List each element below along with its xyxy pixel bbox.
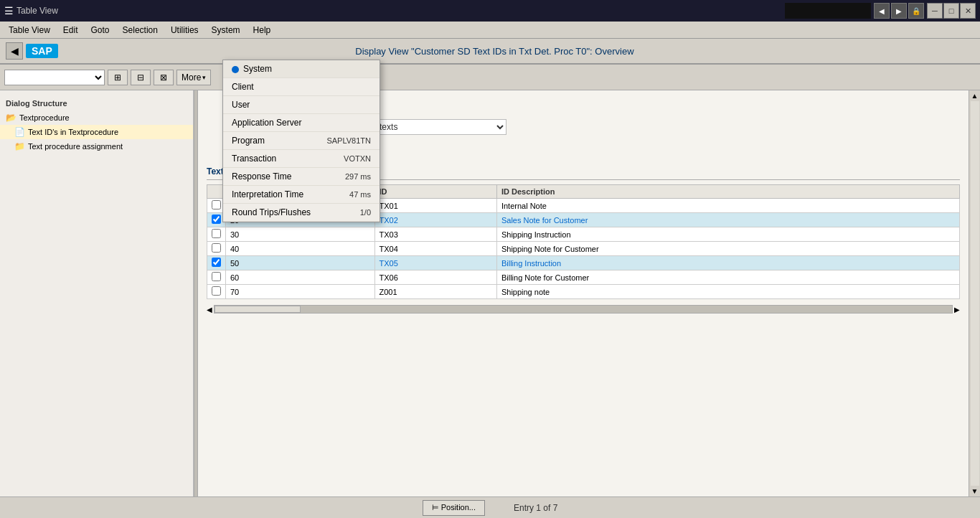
sidebar-item-textids[interactable]: 📄 Text ID's in Textprocedure	[0, 125, 193, 139]
row-checkbox-1[interactable]	[212, 215, 221, 224]
nav-next-btn[interactable]: ▶	[891, 3, 907, 19]
table-row: 60TX06Billing Note for Customer	[207, 270, 960, 285]
cell-desc: Shipping note	[496, 285, 959, 299]
row-checkbox-3[interactable]	[212, 243, 221, 253]
cell-id: Z001	[374, 285, 496, 299]
dropdown-item-program[interactable]: ProgramSAPLV81TN	[223, 132, 380, 150]
minimize-btn[interactable]: ─	[927, 3, 943, 19]
sidebar-label-textids: Text ID's in Textprocedure	[28, 128, 118, 136]
table-row: 30TX03Shipping Instruction	[207, 227, 960, 242]
v-scrollbar[interactable]: ▲ ▼	[969, 90, 980, 496]
dropdown-item-interp-time[interactable]: Interpretation Time47 ms	[223, 186, 380, 204]
row-checkbox-0[interactable]	[212, 200, 221, 209]
dropdown-item-label: Interpretation Time	[232, 189, 303, 199]
cell-seqno: 50	[226, 256, 375, 270]
dropdown-item-round-trips[interactable]: Round Trips/Flushes1/0	[223, 204, 380, 222]
cell-seqno: 30	[226, 227, 375, 242]
close-btn[interactable]: ✕	[960, 3, 976, 19]
dropdown-item-response-time[interactable]: Response Time297 ms	[223, 168, 380, 186]
hamburger-icon[interactable]: ☰	[4, 5, 14, 17]
title-bar: ☰ Table View ◀ ▶ 🔒 ─ □ ✕	[0, 0, 980, 22]
folder-icon: 📁	[14, 141, 25, 151]
view-selector[interactable]	[4, 70, 105, 85]
table-row: 50TX05Billing Instruction	[207, 256, 960, 270]
sidebar-item-textprocedure[interactable]: 📂 Textprocedure	[0, 110, 193, 125]
toolbar: ⊞ ⊟ ⊠ More ▾	[0, 65, 980, 90]
dropdown-item-label: Round Trips/Flushes	[232, 207, 311, 217]
grid-btn-1[interactable]: ⊞	[108, 70, 128, 85]
cell-id: TX06	[374, 270, 496, 285]
folder-open-icon: 📂	[6, 113, 17, 123]
grid-btn-2[interactable]: ⊟	[131, 70, 151, 85]
menu-tableview[interactable]: Table View	[3, 24, 56, 37]
dropdown-item-label: Response Time	[232, 171, 291, 182]
col-description: ID Description	[496, 185, 959, 199]
more-button[interactable]: More ▾	[176, 70, 211, 85]
menu-goto[interactable]: Goto	[85, 24, 116, 37]
cell-desc: Shipping Note for Customer	[496, 242, 959, 256]
row-checkbox-5[interactable]	[212, 272, 221, 281]
position-button[interactable]: ⊨ Position...	[423, 500, 485, 516]
dropdown-item-label: Application Server	[232, 118, 301, 128]
cell-desc[interactable]: Sales Note for Customer	[501, 216, 588, 225]
dropdown-item-value: VOTXN	[344, 154, 371, 163]
dropdown-item-value: SAPLV81TN	[326, 136, 371, 145]
sidebar-item-textproc-assignment[interactable]: 📁 Text procedure assignment	[0, 139, 193, 154]
dropdown-item-system[interactable]: System	[223, 60, 380, 78]
scroll-down-icon[interactable]: ▼	[971, 487, 979, 495]
row-checkbox-6[interactable]	[212, 286, 221, 296]
scroll-left-icon[interactable]: ◀	[207, 306, 212, 314]
row-checkbox-4[interactable]	[212, 258, 221, 267]
h-scrollbar-thumb[interactable]	[215, 306, 301, 313]
main-content: Dialog Structure 📂 Textprocedure 📄 Text …	[0, 90, 980, 496]
back-button[interactable]: ◀	[6, 42, 23, 60]
row-checkbox-2[interactable]	[212, 229, 221, 238]
cell-id[interactable]: TX02	[380, 216, 398, 225]
scroll-up-icon[interactable]: ▲	[971, 92, 979, 100]
dropdown-item-label: User	[232, 100, 250, 110]
scroll-right-icon[interactable]: ▶	[954, 306, 960, 314]
menu-help[interactable]: Help	[248, 24, 277, 37]
v-scrollbar-thumb[interactable]	[971, 101, 979, 486]
menu-system[interactable]: System	[206, 24, 246, 37]
dropdown-item-label: Transaction	[232, 154, 276, 164]
cell-seqno: 40	[226, 242, 375, 256]
lock-icon-btn[interactable]: 🔒	[908, 3, 924, 19]
cell-id[interactable]: TX05	[380, 259, 398, 268]
sidebar: Dialog Structure 📂 Textprocedure 📄 Text …	[0, 90, 194, 496]
cell-id: TX04	[374, 242, 496, 256]
grid-btn-3[interactable]: ⊠	[154, 70, 174, 85]
dropdown-item-label: System	[232, 64, 272, 74]
dropdown-item-value: 47 ms	[349, 190, 371, 199]
dropdown-item-transaction[interactable]: TransactionVOTXN	[223, 150, 380, 168]
cell-seqno: 70	[226, 285, 375, 299]
document-icon: 📄	[14, 127, 25, 137]
cell-desc: Internal Note	[496, 199, 959, 213]
menu-utilities[interactable]: Utilities	[165, 24, 204, 37]
cell-desc[interactable]: Billing Instruction	[501, 259, 561, 268]
sidebar-label-textprocedure: Textprocedure	[19, 113, 70, 122]
dropdown-item-label: Client	[232, 82, 254, 92]
menu-edit[interactable]: Edit	[57, 24, 84, 37]
app-header: ◀ SAP Display View "Customer SD Text IDs…	[0, 39, 980, 65]
cell-desc: Billing Note for Customer	[496, 270, 959, 285]
chevron-down-icon: ▾	[202, 74, 206, 81]
nav-prev-btn[interactable]: ◀	[874, 3, 890, 19]
h-scroll-area: ◀ ▶	[207, 302, 960, 316]
dropdown-item-app-server[interactable]: Application Server	[223, 114, 380, 132]
cell-id: TX03	[374, 227, 496, 242]
menu-bar: Table View Edit Goto Selection Utilities…	[0, 22, 980, 39]
search-box[interactable]	[785, 3, 871, 19]
dropdown-item-value: 297 ms	[345, 172, 371, 181]
bullet-indicator	[232, 66, 239, 73]
dialog-structure-header: Dialog Structure	[0, 96, 193, 110]
dropdown-item-client[interactable]: Client	[223, 78, 380, 96]
entry-info: Entry 1 of 7	[514, 503, 557, 513]
dropdown-item-user[interactable]: User	[223, 96, 380, 114]
table-row: 40TX04Shipping Note for Customer	[207, 242, 960, 256]
sap-logo: SAP	[26, 44, 58, 58]
dropdown-item-value: 1/0	[360, 208, 371, 217]
bottom-bar: ⊨ Position... Entry 1 of 7	[0, 496, 980, 518]
maximize-btn[interactable]: □	[943, 3, 959, 19]
menu-selection[interactable]: Selection	[117, 24, 164, 37]
